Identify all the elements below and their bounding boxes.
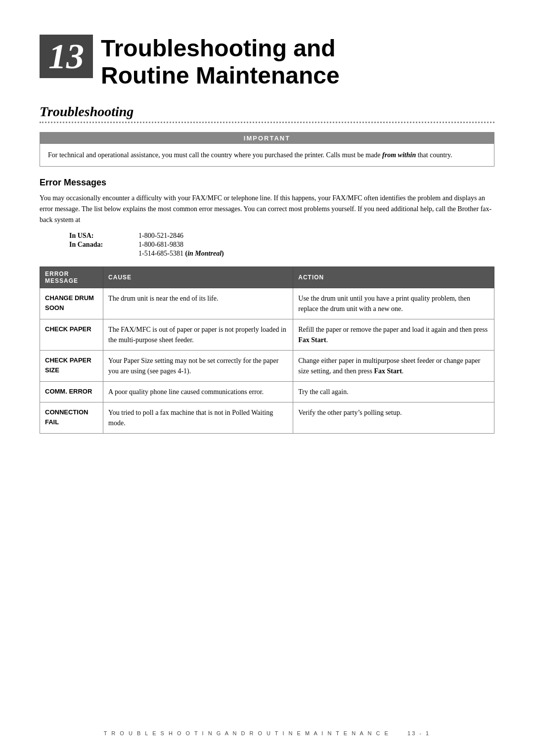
col-header-cause: CAUSE [103, 267, 293, 288]
footer-text: T R O U B L E S H O O T I N G A N D R O … [104, 730, 390, 736]
chapter-header: 13 Troubleshooting and Routine Maintenan… [40, 35, 494, 89]
contact-table: In USA: 1-800-521-2846 In Canada: 1-800-… [69, 232, 494, 258]
error-table: ERROR MESSAGE CAUSE ACTION CHANGE DRUMSO… [40, 267, 494, 434]
table-row: CHANGE DRUMSOON The drum unit is near th… [40, 288, 494, 319]
section-title: Troubleshooting [40, 104, 494, 120]
section-divider [40, 122, 494, 123]
error-name-change-drum: CHANGE DRUMSOON [40, 288, 103, 319]
col-header-error: ERROR MESSAGE [40, 267, 103, 288]
usa-label: In USA: [69, 232, 129, 240]
important-box: IMPORTANT For technical and operational … [40, 132, 494, 167]
montreal-label [69, 250, 129, 258]
error-cause-comm-error: A poor quality phone line caused communi… [103, 382, 293, 402]
error-cause-change-drum: The drum unit is near the end of its lif… [103, 288, 293, 319]
error-action-check-paper: Refill the paper or remove the paper and… [293, 319, 494, 351]
table-row: CHECK PAPERSIZE Your Paper Size setting … [40, 351, 494, 382]
table-row: COMM. ERROR A poor quality phone line ca… [40, 382, 494, 402]
chapter-title: Troubleshooting and Routine Maintenance [101, 35, 340, 89]
error-action-connection-fail: Verify the other party’s polling setup. [293, 402, 494, 434]
error-cause-check-paper-size: Your Paper Size setting may not be set c… [103, 351, 293, 382]
contact-canada: In Canada: 1-800-681-9838 [69, 241, 494, 249]
error-cause-connection-fail: You tried to poll a fax machine that is … [103, 402, 293, 434]
canada-value: 1-800-681-9838 [138, 241, 183, 249]
page-number: 13 - 1 [407, 730, 430, 736]
error-name-comm-error: COMM. ERROR [40, 382, 103, 402]
montreal-value: 1-514-685-5381 (in Montreal) [138, 250, 224, 258]
error-action-check-paper-size: Change either paper in multipurpose shee… [293, 351, 494, 382]
error-messages-title: Error Messages [40, 178, 494, 188]
error-action-change-drum: Use the drum unit until you have a print… [293, 288, 494, 319]
error-cause-check-paper: The FAX/MFC is out of paper or paper is … [103, 319, 293, 351]
contact-montreal: 1-514-685-5381 (in Montreal) [69, 250, 494, 258]
important-body: For technical and operational assistance… [40, 144, 494, 166]
error-name-connection-fail: CONNECTIONFAIL [40, 402, 103, 434]
error-name-check-paper: CHECK PAPER [40, 319, 103, 351]
table-row: CHECK PAPER The FAX/MFC is out of paper … [40, 319, 494, 351]
canada-label: In Canada: [69, 241, 129, 249]
chapter-number: 13 [40, 35, 93, 78]
page-footer: T R O U B L E S H O O T I N G A N D R O … [0, 730, 534, 736]
error-action-comm-error: Try the call again. [293, 382, 494, 402]
usa-value: 1-800-521-2846 [138, 232, 183, 240]
error-name-check-paper-size: CHECK PAPERSIZE [40, 351, 103, 382]
important-header: IMPORTANT [40, 133, 494, 144]
contact-usa: In USA: 1-800-521-2846 [69, 232, 494, 240]
table-row: CONNECTIONFAIL You tried to poll a fax m… [40, 402, 494, 434]
table-header-row: ERROR MESSAGE CAUSE ACTION [40, 267, 494, 288]
col-header-action: ACTION [293, 267, 494, 288]
intro-paragraph: You may occasionally encounter a difficu… [40, 193, 494, 225]
